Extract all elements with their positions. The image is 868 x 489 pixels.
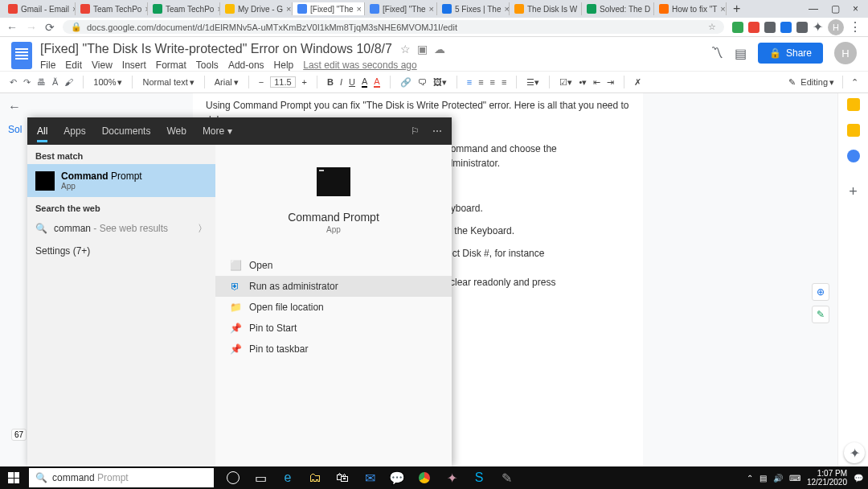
- plus-icon[interactable]: +: [849, 183, 858, 200]
- chrome-icon[interactable]: [413, 466, 436, 489]
- trend-icon[interactable]: 〽: [710, 46, 723, 60]
- docs-logo-icon[interactable]: [11, 42, 32, 69]
- taskbar-search-input[interactable]: 🔍 command Prompt: [29, 468, 214, 487]
- star-icon[interactable]: ☆: [400, 43, 411, 55]
- avatar[interactable]: H: [834, 42, 857, 64]
- calendar-icon[interactable]: [847, 98, 860, 111]
- font-size-increase[interactable]: +: [302, 77, 307, 87]
- align-left-icon[interactable]: ≡: [467, 77, 472, 87]
- tray-datetime[interactable]: 1:07 PM 12/21/2020: [807, 469, 847, 487]
- menu-addons[interactable]: Add-ons: [228, 60, 264, 71]
- browser-tab[interactable]: [Fixed] "The×: [365, 2, 437, 15]
- notification-icon[interactable]: 💬: [854, 474, 863, 483]
- font-select[interactable]: Arial ▾: [215, 77, 239, 88]
- last-edit-text[interactable]: Last edit was seconds ago: [303, 60, 416, 71]
- menu-format[interactable]: Format: [156, 60, 186, 71]
- skype-icon[interactable]: S: [468, 466, 490, 489]
- extension-icon[interactable]: [732, 22, 743, 33]
- browser-tab[interactable]: Solved: The D×: [582, 2, 654, 15]
- font-size-input[interactable]: 11.5: [270, 76, 295, 88]
- underline-icon[interactable]: U: [349, 77, 355, 87]
- tray-chevron-icon[interactable]: ⌃: [747, 474, 753, 483]
- tasks-icon[interactable]: [847, 150, 860, 162]
- font-size-decrease[interactable]: −: [259, 77, 264, 87]
- start-button[interactable]: [0, 466, 27, 489]
- best-match-result[interactable]: Command Prompt App: [27, 164, 215, 197]
- browser-tab[interactable]: Team TechPo×: [148, 2, 220, 15]
- extension-icon[interactable]: [796, 22, 808, 33]
- checklist-icon[interactable]: ☑▾: [559, 77, 572, 88]
- taskbar-app-icon[interactable]: ✎: [495, 466, 518, 489]
- tab-documents[interactable]: Documents: [102, 125, 151, 137]
- browser-tab[interactable]: How to fix "T×: [654, 2, 727, 15]
- forward-icon[interactable]: →: [26, 21, 37, 34]
- editing-mode-select[interactable]: Editing ▾: [800, 77, 834, 88]
- menu-tools[interactable]: Tools: [196, 60, 219, 71]
- star-icon[interactable]: ☆: [708, 22, 716, 32]
- explorer-icon[interactable]: 🗂: [304, 466, 326, 489]
- browser-tab[interactable]: Team TechPo×: [76, 2, 148, 15]
- edge-icon[interactable]: e: [276, 466, 299, 489]
- move-icon[interactable]: ▣: [417, 43, 428, 55]
- profile-icon[interactable]: H: [828, 19, 844, 35]
- tab-web[interactable]: Web: [166, 125, 186, 137]
- tab-all[interactable]: All: [37, 120, 47, 142]
- cloud-icon[interactable]: ☁: [434, 43, 445, 55]
- indent-decrease-icon[interactable]: ⇤: [593, 77, 600, 88]
- collapse-icon[interactable]: ⌃: [851, 77, 858, 88]
- menu-view[interactable]: View: [92, 60, 113, 71]
- add-comment-icon[interactable]: ⊕: [812, 283, 829, 301]
- tab-apps[interactable]: Apps: [63, 125, 85, 137]
- menu-edit[interactable]: Edit: [65, 60, 82, 71]
- new-tab-button[interactable]: +: [727, 2, 747, 16]
- minimize-icon[interactable]: —: [809, 3, 818, 14]
- mail-icon[interactable]: ✉: [358, 466, 381, 489]
- explore-button[interactable]: ✦: [844, 442, 865, 463]
- document-title[interactable]: [Fixed] "The Disk Is Write-protected" Er…: [40, 42, 392, 56]
- align-justify-icon[interactable]: ≡: [502, 77, 506, 87]
- italic-icon[interactable]: I: [340, 77, 342, 87]
- image-icon[interactable]: 🖼▾: [433, 77, 447, 88]
- action-open-location[interactable]: 📁Open file location: [215, 297, 452, 318]
- link-icon[interactable]: 🔗: [400, 77, 411, 88]
- action-run-admin[interactable]: ⛨Run as administrator: [215, 276, 452, 297]
- task-view-icon[interactable]: ▭: [249, 466, 272, 489]
- kebab-icon[interactable]: ⋮: [849, 19, 862, 35]
- align-center-icon[interactable]: ≡: [478, 77, 483, 87]
- bulleted-list-icon[interactable]: •▾: [579, 77, 587, 88]
- clear-format-icon[interactable]: ✗: [634, 77, 641, 88]
- style-select[interactable]: Normal text ▾: [142, 77, 194, 88]
- feedback-icon[interactable]: ⚐: [411, 125, 420, 137]
- taskbar-app-icon[interactable]: ✦: [440, 466, 463, 489]
- share-button[interactable]: 🔒 Share: [758, 43, 823, 64]
- menu-insert[interactable]: Insert: [122, 60, 146, 71]
- zoom-select[interactable]: 100% ▾: [93, 77, 122, 88]
- web-result[interactable]: 🔍 comman - See web results 〉: [27, 216, 215, 240]
- action-pin-taskbar[interactable]: 📌Pin to taskbar: [215, 339, 452, 360]
- extensions-icon[interactable]: ✦: [813, 19, 823, 35]
- outline-toggle-icon[interactable]: ←: [8, 100, 21, 114]
- chat-icon[interactable]: 💬: [386, 466, 408, 489]
- menu-file[interactable]: File: [40, 60, 55, 71]
- browser-tab[interactable]: [Fixed] "The×: [293, 2, 365, 15]
- settings-result[interactable]: Settings (7+): [27, 240, 215, 261]
- menu-help[interactable]: Help: [274, 60, 294, 71]
- browser-tab[interactable]: The Disk Is W×: [510, 2, 582, 15]
- close-icon[interactable]: ×: [429, 4, 434, 14]
- extension-icon[interactable]: [748, 22, 760, 33]
- close-icon[interactable]: ×: [357, 4, 362, 14]
- comments-icon[interactable]: ▤: [735, 46, 747, 61]
- volume-icon[interactable]: 🔊: [773, 474, 783, 483]
- browser-tab[interactable]: Gmail - Email×: [3, 2, 76, 15]
- bold-icon[interactable]: B: [327, 77, 334, 87]
- back-icon[interactable]: ←: [6, 21, 18, 34]
- reload-icon[interactable]: ⟳: [45, 21, 55, 34]
- store-icon[interactable]: 🛍: [331, 466, 354, 489]
- browser-tab[interactable]: 5 Fixes | The×: [437, 2, 510, 15]
- indent-increase-icon[interactable]: ⇥: [607, 77, 614, 88]
- url-input[interactable]: 🔒 docs.google.com/document/d/1dElRMNv5A-…: [63, 20, 724, 34]
- action-pin-start[interactable]: 📌Pin to Start: [215, 318, 452, 339]
- cortana-icon[interactable]: [222, 466, 244, 489]
- tab-more[interactable]: More ▾: [203, 125, 232, 137]
- spellcheck-icon[interactable]: Ă: [52, 77, 58, 87]
